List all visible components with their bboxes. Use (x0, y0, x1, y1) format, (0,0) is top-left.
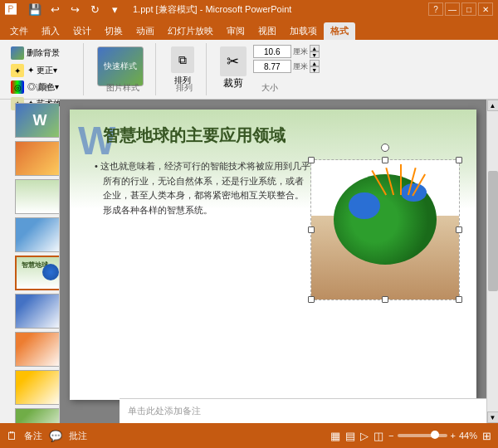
zoom-level: 44% (459, 431, 477, 441)
canvas-area: W 智慧地球的主要应用领域 • 这也就意味着，经济可行的智能技术将被应用到几乎所… (60, 100, 486, 423)
fit-window-button[interactable]: ⊞ (482, 430, 491, 442)
main-area: 1 W 2 3 (0, 100, 498, 423)
status-right: ▦ ▤ ▷ ◫ − + 44% ⊞ (330, 430, 491, 442)
scroll-thumb[interactable] (488, 171, 498, 291)
slide-title[interactable]: 智慧地球的主要应用领域 (103, 124, 286, 147)
handle-middle-left[interactable] (308, 226, 315, 233)
zoom-thumb (431, 431, 439, 439)
notes-area[interactable]: 单击此处添加备注 (120, 398, 486, 423)
notes-placeholder: 单击此处添加备注 (128, 405, 201, 417)
notes-label[interactable]: 备注 (24, 430, 42, 442)
remove-bg-icon (11, 46, 24, 60)
slide-thumb-2[interactable] (15, 141, 60, 176)
slide-6-bg (16, 295, 60, 328)
height-down[interactable]: ▼ (310, 66, 320, 73)
slide-thumb-4[interactable] (15, 217, 60, 252)
slide-thumb-9[interactable] (15, 408, 60, 423)
tab-transitions[interactable]: 切换 (98, 22, 129, 40)
height-spinner[interactable]: ▲ ▼ (310, 60, 320, 73)
slide-thumb-1[interactable]: W (15, 103, 60, 138)
vertical-scrollbar[interactable]: ▲ ▼ (486, 100, 498, 423)
quick-access-toolbar: 💾 ↩ ↪ ↻ ▾ (27, 1, 123, 17)
handle-middle-right[interactable] (456, 226, 462, 233)
comments-icon: 💬 (49, 430, 62, 442)
view-slide-sorter-button[interactable]: ▤ (345, 430, 355, 442)
handle-bottom-left[interactable] (308, 296, 315, 303)
tab-addins[interactable]: 加载项 (283, 22, 324, 40)
tab-insert[interactable]: 插入 (35, 22, 66, 40)
refresh-button[interactable]: ↻ (86, 1, 103, 17)
minimize-button[interactable]: — (445, 2, 460, 16)
remove-background-button[interactable]: 删除背景 (8, 45, 76, 61)
rotate-handle[interactable] (381, 144, 389, 152)
title-bar-left: 🅿 💾 ↩ ↪ ↻ ▾ 1.ppt [兼容模式] - Microsoft Pow… (5, 1, 291, 17)
handle-top-right[interactable] (456, 157, 462, 163)
scroll-track[interactable] (487, 111, 498, 411)
tab-review[interactable]: 审阅 (220, 22, 251, 40)
restore-button[interactable]: □ (461, 2, 476, 16)
status-bar: 🗒 备注 💬 批注 ▦ ▤ ▷ ◫ − + 44% ⊞ (0, 423, 498, 448)
notes-button[interactable]: 🗒 (7, 430, 17, 442)
slide-body-content[interactable]: 这也就意味着，经济可行的智能技术将被应用到几乎所有的行业，无论自然体系，还是行业… (100, 161, 310, 215)
slide-7-bg (16, 333, 60, 366)
scroll-up-button[interactable]: ▲ (487, 100, 499, 111)
size-inputs: 厘米 ▲ ▼ 厘米 ▲ ▼ (253, 45, 320, 73)
slide-5-wrapper: 5 智慧地球 (3, 256, 56, 294)
width-down[interactable]: ▼ (310, 51, 320, 58)
tab-slideshow[interactable]: 幻灯片放映 (161, 22, 220, 40)
slide-5-globe-thumb (42, 264, 59, 280)
slide-thumb-5[interactable]: 智慧地球 (15, 256, 60, 290)
size-group-label: 大小 (213, 82, 326, 94)
redo-button[interactable]: ↪ (66, 1, 83, 17)
slide-thumb-7[interactable] (15, 332, 60, 367)
slide-3-wrapper: 3 (3, 179, 56, 217)
ray-3 (400, 164, 402, 195)
image-content (311, 160, 459, 299)
handle-bottom-right[interactable] (456, 296, 462, 303)
undo-button[interactable]: ↩ (46, 1, 63, 17)
customize-quick-access-button[interactable]: ▾ (106, 1, 123, 17)
tab-animations[interactable]: 动画 (129, 22, 161, 40)
handle-bottom-center[interactable] (382, 296, 388, 303)
slide-5-inner: 智慧地球 (15, 256, 60, 290)
save-button[interactable]: 💾 (27, 1, 43, 17)
tab-format[interactable]: 格式 (324, 22, 355, 40)
corrections-button[interactable]: ✦ ✦ 更正▾ (8, 63, 76, 78)
scroll-down-button[interactable]: ▼ (487, 411, 499, 423)
close-button[interactable]: ✕ (478, 2, 493, 16)
help-button[interactable]: ? (428, 2, 443, 16)
view-slideshow-button[interactable]: ◫ (374, 430, 383, 442)
zoom-plus-button[interactable]: + (451, 431, 456, 441)
tab-design[interactable]: 设计 (66, 22, 98, 40)
ribbon-group-arrange: ⧉ 排列 排列 (163, 43, 207, 95)
slide-1-w: W (33, 112, 47, 129)
arrange-icon: ⧉ (171, 46, 194, 73)
view-reading-button[interactable]: ▷ (360, 430, 369, 442)
ribbon: 删除背景 ✦ ✦ 更正▾ ◎ ◎ 颜色▾ ✦ ✦ 艺术效果▾ (0, 40, 498, 100)
view-normal-button[interactable]: ▦ (330, 430, 340, 442)
crop-icon: ✂ (220, 46, 247, 76)
width-spinner[interactable]: ▲ ▼ (310, 45, 320, 58)
zoom-slider[interactable] (398, 434, 447, 437)
height-up[interactable]: ▲ (310, 60, 320, 66)
height-input[interactable] (253, 60, 291, 73)
slide-body-text: • 这也就意味着，经济可行的智能技术将被应用到几乎所有的行业，无论自然体系，还是… (95, 159, 310, 217)
comments-label[interactable]: 批注 (69, 430, 87, 442)
slide-thumb-3[interactable] (15, 179, 60, 214)
selected-image[interactable] (310, 159, 460, 300)
slide-8-inner (15, 370, 60, 405)
slide-4-inner (15, 217, 60, 252)
tab-view[interactable]: 视图 (251, 22, 283, 40)
width-input[interactable] (253, 45, 291, 58)
handle-top-left[interactable] (308, 157, 315, 163)
app-logo: 🅿 (5, 2, 17, 16)
tab-file[interactable]: 文件 (3, 22, 35, 40)
slide-thumb-6[interactable] (15, 294, 60, 329)
width-up[interactable]: ▲ (310, 45, 320, 51)
handle-top-center[interactable] (382, 157, 388, 163)
zoom-minus-button[interactable]: − (388, 431, 393, 441)
slide-thumb-8[interactable] (15, 370, 60, 405)
slide-canvas: W 智慧地球的主要应用领域 • 这也就意味着，经济可行的智能技术将被应用到几乎所… (70, 110, 476, 400)
quick-style-label: 快速样式 (104, 61, 137, 72)
quick-style-icon: 快速样式 (97, 46, 144, 86)
